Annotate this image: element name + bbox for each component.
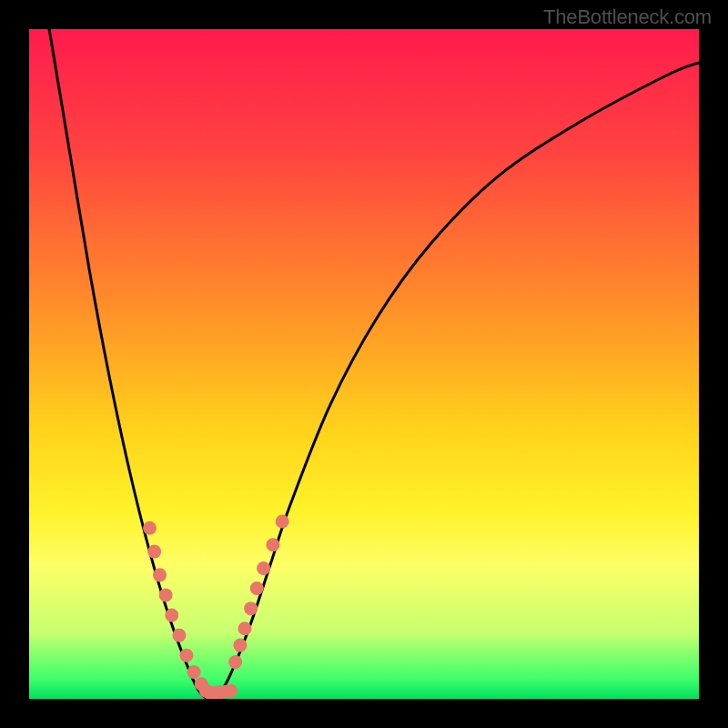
sample-dot: [147, 545, 161, 559]
sample-dot: [172, 629, 186, 642]
sample-dot: [153, 568, 167, 581]
sample-dot: [187, 665, 201, 679]
sample-dot: [250, 581, 264, 595]
sample-dot: [224, 684, 238, 698]
sample-dot: [266, 538, 279, 551]
sample-dot: [165, 609, 178, 622]
sample-dot: [179, 649, 193, 662]
chart-frame: TheBottleneck.com: [0, 0, 728, 728]
watermark-text: TheBottleneck.com: [543, 5, 712, 29]
sample-dot: [257, 561, 270, 575]
sample-dot: [276, 514, 289, 528]
sample-dot: [244, 602, 258, 615]
sample-dot: [238, 622, 251, 635]
sample-dot: [159, 588, 173, 602]
gradient-background: [29, 29, 699, 699]
sample-dot: [228, 655, 242, 669]
chart-svg: [29, 29, 699, 699]
sample-dot: [143, 521, 157, 535]
plot-area: [29, 29, 699, 699]
sample-dot: [233, 639, 247, 652]
